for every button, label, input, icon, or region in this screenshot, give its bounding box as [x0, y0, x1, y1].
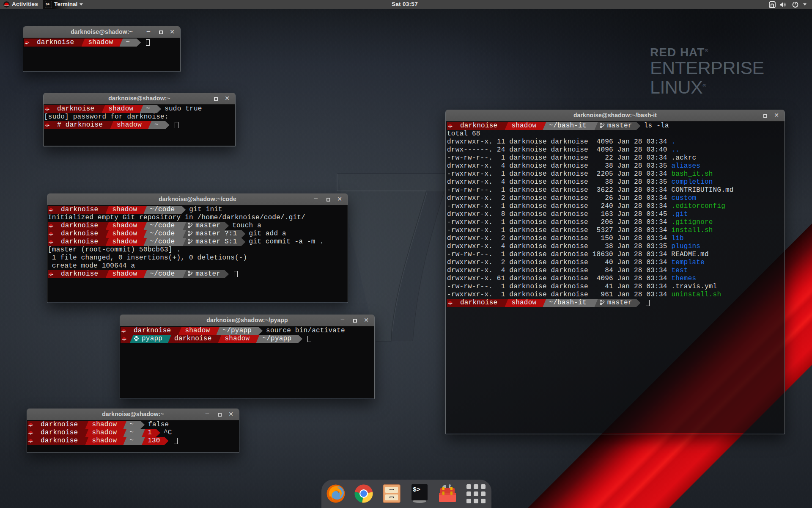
svg-text:$>: $>	[46, 2, 50, 6]
svg-text:$>: $>	[413, 486, 420, 494]
